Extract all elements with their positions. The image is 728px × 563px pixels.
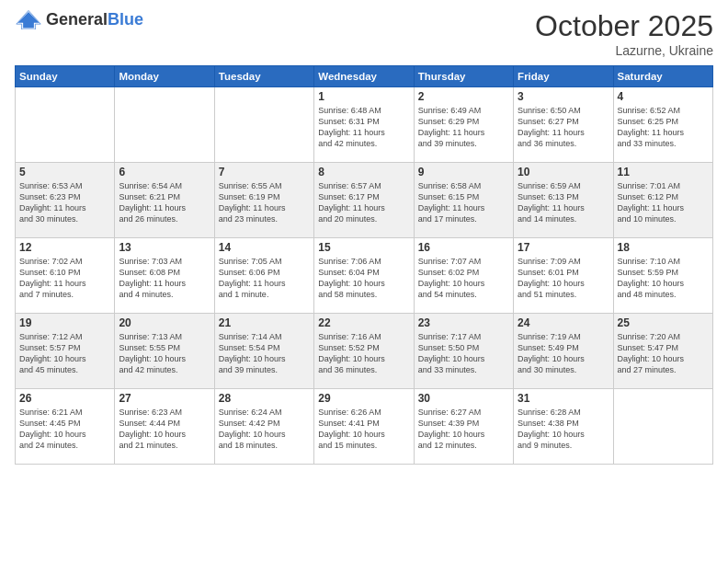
day-info: Sunrise: 7:01 AM Sunset: 6:12 PM Dayligh… [618,180,709,225]
day-info: Sunrise: 7:07 AM Sunset: 6:02 PM Dayligh… [418,256,509,301]
day-info: Sunrise: 6:49 AM Sunset: 6:29 PM Dayligh… [418,105,509,150]
day-number: 15 [318,241,409,254]
day-number: 21 [219,316,310,329]
calendar-day-19: 19Sunrise: 7:12 AM Sunset: 5:57 PM Dayli… [16,314,115,389]
day-number: 5 [19,166,110,178]
day-number: 18 [618,241,709,254]
calendar-day-8: 8Sunrise: 6:57 AM Sunset: 6:17 PM Daylig… [314,163,414,238]
day-number: 22 [318,316,409,329]
calendar-day-13: 13Sunrise: 7:03 AM Sunset: 6:08 PM Dayli… [115,238,214,314]
calendar-day-5: 5Sunrise: 6:53 AM Sunset: 6:23 PM Daylig… [16,163,115,238]
logo-blue: Blue [108,10,143,29]
day-info: Sunrise: 6:21 AM Sunset: 4:45 PM Dayligh… [19,407,110,452]
calendar-table: SundayMondayTuesdayWednesdayThursdayFrid… [15,65,713,465]
day-number: 30 [418,392,509,405]
weekday-header-row: SundayMondayTuesdayWednesdayThursdayFrid… [16,66,713,87]
day-number: 26 [19,392,110,405]
day-info: Sunrise: 6:27 AM Sunset: 4:39 PM Dayligh… [418,407,509,452]
day-info: Sunrise: 6:23 AM Sunset: 4:44 PM Dayligh… [119,407,210,452]
calendar-week-row: 1Sunrise: 6:48 AM Sunset: 6:31 PM Daylig… [16,87,713,163]
day-number: 27 [119,392,210,405]
day-number: 28 [219,392,310,405]
day-number: 6 [119,166,210,178]
day-info: Sunrise: 7:16 AM Sunset: 5:52 PM Dayligh… [318,331,409,376]
title-block: October 2025 Lazurne, Ukraine [535,9,713,58]
weekday-header-sunday: Sunday [16,66,115,87]
day-info: Sunrise: 7:19 AM Sunset: 5:49 PM Dayligh… [518,331,609,376]
day-info: Sunrise: 6:26 AM Sunset: 4:41 PM Dayligh… [318,407,409,452]
calendar-day-21: 21Sunrise: 7:14 AM Sunset: 5:54 PM Dayli… [214,314,313,389]
calendar-day-31: 31Sunrise: 6:28 AM Sunset: 4:38 PM Dayli… [514,389,613,465]
weekday-header-monday: Monday [115,66,214,87]
calendar-day-29: 29Sunrise: 6:26 AM Sunset: 4:41 PM Dayli… [314,389,414,465]
calendar-empty-cell [214,87,313,163]
day-number: 25 [618,316,709,329]
day-number: 20 [119,316,210,329]
calendar-day-27: 27Sunrise: 6:23 AM Sunset: 4:44 PM Dayli… [115,389,214,465]
day-info: Sunrise: 7:09 AM Sunset: 6:01 PM Dayligh… [518,256,609,301]
day-info: Sunrise: 6:58 AM Sunset: 6:15 PM Dayligh… [418,180,509,225]
day-number: 8 [318,166,409,178]
calendar-day-7: 7Sunrise: 6:55 AM Sunset: 6:19 PM Daylig… [214,163,313,238]
day-info: Sunrise: 7:17 AM Sunset: 5:50 PM Dayligh… [418,331,509,376]
weekday-header-saturday: Saturday [613,66,712,87]
day-info: Sunrise: 7:10 AM Sunset: 5:59 PM Dayligh… [618,256,709,301]
calendar-day-14: 14Sunrise: 7:05 AM Sunset: 6:06 PM Dayli… [214,238,313,314]
calendar-empty-cell [115,87,214,163]
calendar-day-20: 20Sunrise: 7:13 AM Sunset: 5:55 PM Dayli… [115,314,214,389]
day-info: Sunrise: 6:53 AM Sunset: 6:23 PM Dayligh… [19,180,110,225]
calendar-day-25: 25Sunrise: 7:20 AM Sunset: 5:47 PM Dayli… [613,314,712,389]
calendar-day-3: 3Sunrise: 6:50 AM Sunset: 6:27 PM Daylig… [514,87,613,163]
page: GeneralBlue October 2025 Lazurne, Ukrain… [0,0,728,563]
day-number: 3 [518,90,609,103]
day-number: 24 [518,316,609,329]
calendar-day-17: 17Sunrise: 7:09 AM Sunset: 6:01 PM Dayli… [514,238,613,314]
day-info: Sunrise: 6:50 AM Sunset: 6:27 PM Dayligh… [518,105,609,150]
day-info: Sunrise: 7:06 AM Sunset: 6:04 PM Dayligh… [318,256,409,301]
calendar-day-23: 23Sunrise: 7:17 AM Sunset: 5:50 PM Dayli… [414,314,513,389]
day-info: Sunrise: 7:14 AM Sunset: 5:54 PM Dayligh… [219,331,310,376]
logo-general: General [46,10,108,29]
day-info: Sunrise: 7:02 AM Sunset: 6:10 PM Dayligh… [19,256,110,301]
calendar-day-4: 4Sunrise: 6:52 AM Sunset: 6:25 PM Daylig… [613,87,712,163]
day-info: Sunrise: 6:24 AM Sunset: 4:42 PM Dayligh… [219,407,310,452]
calendar-week-row: 12Sunrise: 7:02 AM Sunset: 6:10 PM Dayli… [16,238,713,314]
day-info: Sunrise: 6:55 AM Sunset: 6:19 PM Dayligh… [219,180,310,225]
day-info: Sunrise: 7:13 AM Sunset: 5:55 PM Dayligh… [119,331,210,376]
logo-icon [15,9,42,29]
calendar-day-9: 9Sunrise: 6:58 AM Sunset: 6:15 PM Daylig… [414,163,513,238]
day-info: Sunrise: 6:54 AM Sunset: 6:21 PM Dayligh… [119,180,210,225]
day-number: 29 [318,392,409,405]
calendar-day-28: 28Sunrise: 6:24 AM Sunset: 4:42 PM Dayli… [214,389,313,465]
calendar-day-24: 24Sunrise: 7:19 AM Sunset: 5:49 PM Dayli… [514,314,613,389]
day-info: Sunrise: 6:28 AM Sunset: 4:38 PM Dayligh… [518,407,609,452]
day-number: 31 [518,392,609,405]
day-number: 14 [219,241,310,254]
header: GeneralBlue October 2025 Lazurne, Ukrain… [15,9,713,58]
calendar-day-11: 11Sunrise: 7:01 AM Sunset: 6:12 PM Dayli… [613,163,712,238]
calendar-day-6: 6Sunrise: 6:54 AM Sunset: 6:21 PM Daylig… [115,163,214,238]
calendar-empty-cell [16,87,115,163]
day-number: 10 [518,166,609,178]
day-number: 23 [418,316,509,329]
logo-text: GeneralBlue [46,10,143,29]
calendar-day-16: 16Sunrise: 7:07 AM Sunset: 6:02 PM Dayli… [414,238,513,314]
calendar-day-22: 22Sunrise: 7:16 AM Sunset: 5:52 PM Dayli… [314,314,414,389]
calendar-week-row: 26Sunrise: 6:21 AM Sunset: 4:45 PM Dayli… [16,389,713,465]
day-info: Sunrise: 7:12 AM Sunset: 5:57 PM Dayligh… [19,331,110,376]
day-number: 4 [618,90,709,103]
day-number: 2 [418,90,509,103]
day-number: 17 [518,241,609,254]
logo: GeneralBlue [15,9,143,29]
calendar-day-12: 12Sunrise: 7:02 AM Sunset: 6:10 PM Dayli… [16,238,115,314]
weekday-header-friday: Friday [514,66,613,87]
calendar-day-1: 1Sunrise: 6:48 AM Sunset: 6:31 PM Daylig… [314,87,414,163]
day-number: 1 [318,90,409,103]
weekday-header-wednesday: Wednesday [314,66,414,87]
day-info: Sunrise: 7:20 AM Sunset: 5:47 PM Dayligh… [618,331,709,376]
calendar-day-30: 30Sunrise: 6:27 AM Sunset: 4:39 PM Dayli… [414,389,513,465]
month-title: October 2025 [535,9,713,43]
calendar-day-15: 15Sunrise: 7:06 AM Sunset: 6:04 PM Dayli… [314,238,414,314]
day-info: Sunrise: 7:03 AM Sunset: 6:08 PM Dayligh… [119,256,210,301]
calendar-day-10: 10Sunrise: 6:59 AM Sunset: 6:13 PM Dayli… [514,163,613,238]
